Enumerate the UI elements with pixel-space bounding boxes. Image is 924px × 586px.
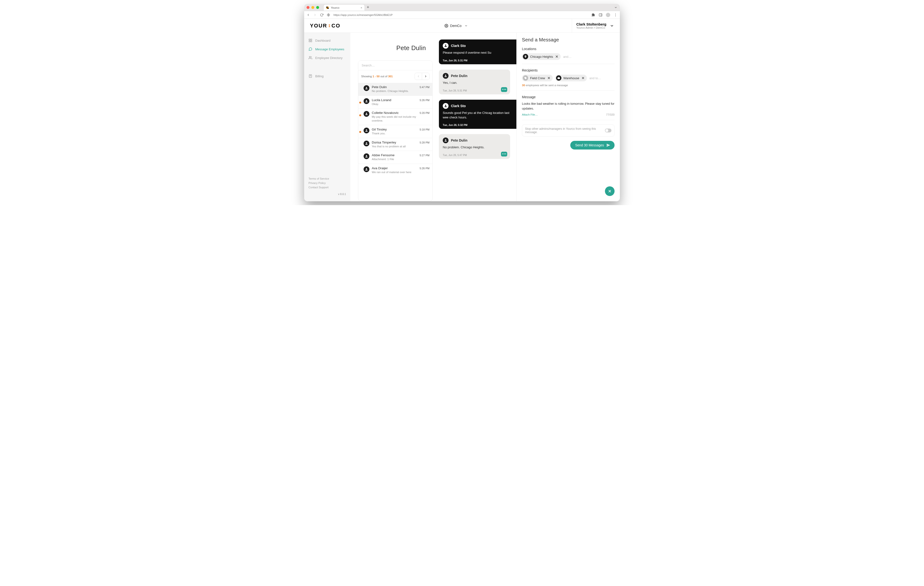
conversation-item[interactable]: Ava DraijerWe ran out of material over h… [358, 164, 432, 177]
svg-point-4 [615, 15, 616, 15]
message-more-button[interactable]: ••• [501, 152, 507, 157]
brand-logo[interactable]: YOUR CO [310, 23, 340, 29]
send-button[interactable]: Send 30 Messages [570, 141, 615, 149]
sidebar-label: Dashboard [315, 39, 331, 42]
sidebar-item-billing[interactable]: Billing [304, 72, 350, 80]
close-icon[interactable] [307, 6, 309, 9]
message-label: Message [522, 95, 615, 99]
extensions-icon[interactable] [591, 13, 595, 17]
forward-icon[interactable] [313, 13, 317, 17]
close-panel-button[interactable] [605, 186, 615, 196]
privacy-toggle[interactable] [605, 129, 611, 132]
recipient-chip[interactable]: Field Crew [522, 74, 553, 81]
footer-links: Terms of Service Privacy Policy Contact … [304, 177, 350, 191]
message-author: Pete Dulin [451, 74, 467, 78]
settings-gear-icon [444, 24, 448, 28]
browser-tab[interactable]: Yourco × [323, 4, 365, 11]
briefcase-icon [556, 75, 561, 81]
conversation-name: Abbie Fensome [372, 153, 417, 157]
conversation-item[interactable]: Lucila LorandOkay.5:26 PM [358, 96, 432, 109]
link-contact[interactable]: Contact Support [309, 186, 346, 189]
favicon-icon [326, 7, 329, 9]
chip-remove-icon[interactable] [555, 55, 559, 58]
user-name: Clark Stoltenberg [576, 22, 606, 26]
conversation-preview: Attachment: 1 File [372, 157, 417, 161]
new-tab-button[interactable]: + [367, 5, 370, 10]
conversation-item[interactable]: Pete DulinNo problem. Chicago Heights.5:… [358, 83, 432, 96]
minimize-icon[interactable] [311, 6, 314, 9]
message-text: Please respond if overtime next Su [443, 51, 515, 55]
avatar-icon [364, 141, 370, 146]
svg-rect-11 [309, 39, 310, 40]
location-hint[interactable]: and… [563, 55, 571, 58]
message-more-button[interactable]: ••• [501, 87, 507, 92]
message-author: Clark Sto [451, 44, 465, 48]
sidebar-item-message-employees[interactable]: Message Employees [304, 45, 350, 53]
message-body[interactable]: Looks like bad weather is rolling in tom… [522, 101, 615, 111]
panel-title: Send a Message [522, 37, 615, 43]
org-switcher[interactable]: DemCo [340, 24, 572, 28]
sidebar-label: Message Employees [315, 48, 344, 51]
location-chip[interactable]: Chicago Heights [522, 53, 561, 60]
people-icon [309, 56, 312, 60]
privacy-toggle-row: Stop other admins/managers in Yourco fro… [522, 124, 615, 136]
message-timestamp: Tue, Jun 28, 5:47 PM [443, 154, 506, 157]
sidebar-item-dashboard[interactable]: Dashboard [304, 36, 350, 45]
send-button-label: Send 30 Messages [575, 143, 604, 147]
kebab-menu-icon[interactable] [614, 13, 617, 17]
conversation-name: Pete Dulin [372, 85, 417, 89]
chevron-left-icon [417, 74, 420, 78]
link-terms[interactable]: Terms of Service [309, 177, 346, 180]
conversation-preview: Yes that is no problem at all [372, 145, 417, 149]
avatar-icon [443, 103, 449, 109]
conversation-time: 5:26 PM [420, 98, 429, 102]
search-input[interactable] [358, 61, 432, 70]
conversation-item[interactable]: Dorisa TimperleyYes that is no problem a… [358, 138, 432, 151]
maximize-icon[interactable] [316, 6, 319, 9]
sidebar-item-employee-directory[interactable]: Employee Directory [304, 53, 350, 62]
svg-rect-14 [309, 41, 310, 42]
tab-title: Yourco [331, 6, 339, 9]
chip-label: Field Crew [530, 76, 545, 80]
brand-part1: YOUR [310, 23, 327, 29]
profile-avatar-icon[interactable] [606, 13, 610, 17]
billing-icon [309, 74, 312, 78]
conversation-item[interactable]: Abbie FensomeAttachment: 1 File5:27 PM [358, 151, 432, 164]
app-header: YOUR CO DemCo Clark Stoltenberg Yourco A… [304, 19, 620, 33]
conversation-time: 5:26 PM [420, 166, 429, 170]
chip-remove-icon[interactable] [581, 76, 585, 80]
url-text[interactable]: https://app.yourco.io/messenger/5GMxUBbE… [333, 13, 393, 17]
conversation-item[interactable]: Gil TinsleyThank you.5:18 PM [358, 125, 432, 138]
chip-remove-icon[interactable] [547, 76, 551, 80]
user-menu[interactable]: Clark Stoltenberg Yourco Admin • DemCo [572, 19, 614, 33]
conversation-preview: We ran out of material over here [372, 171, 417, 174]
unread-dot-icon [359, 114, 361, 116]
pager-next-button[interactable] [422, 73, 429, 80]
link-privacy[interactable]: Privacy Policy [309, 182, 346, 184]
chevron-down-icon [464, 24, 468, 27]
conversation-preview: My pay this week did not include my over… [372, 115, 417, 122]
tabs-chevron-down-icon[interactable] [614, 6, 617, 9]
panel-icon[interactable] [599, 13, 602, 17]
recipients-label: Recipients [522, 68, 615, 72]
brand-part2: CO [332, 23, 340, 29]
link-attach-file[interactable]: Attach File… [522, 113, 538, 116]
message-timestamp: Tue, Jun 28, 5:31 PM [443, 89, 506, 92]
unread-dot-icon [359, 131, 361, 133]
chevron-right-icon [424, 74, 427, 78]
conversation-name: Dorisa Timperley [372, 141, 417, 144]
reload-icon[interactable] [320, 13, 323, 17]
recipient-chip[interactable]: Warehouse [555, 74, 587, 81]
conversation-preview: Okay. [372, 102, 417, 106]
pager-prev-button[interactable] [415, 73, 422, 80]
conversation-time: 5:28 PM [420, 141, 429, 144]
tab-close-icon[interactable]: × [360, 6, 362, 9]
org-name: DemCo [450, 24, 462, 28]
recipient-hint[interactable]: and to… [589, 76, 601, 80]
conversation-preview: No problem. Chicago Heights. [372, 89, 417, 93]
message-text: No problem. Chicago Heights. [443, 145, 506, 150]
avatar-icon [364, 111, 370, 117]
conversation-item[interactable]: Collette NovakovicMy pay this week did n… [358, 108, 432, 125]
back-icon[interactable] [307, 13, 310, 17]
conversation-name: Gil Tinsley [372, 127, 417, 131]
